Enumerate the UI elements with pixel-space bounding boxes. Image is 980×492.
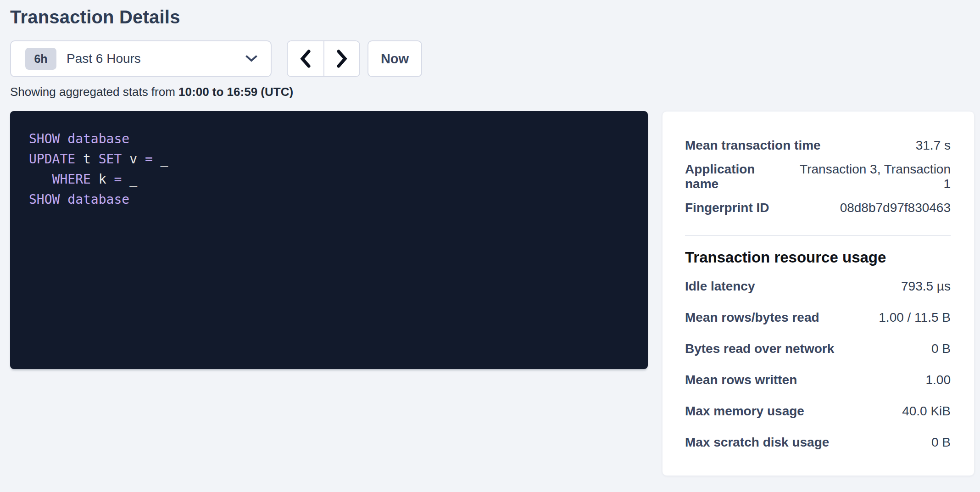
- stat-label: Fingerprint ID: [685, 201, 769, 215]
- panel-divider: [685, 235, 951, 236]
- stat-row: Application name Transaction 3, Transact…: [685, 161, 951, 192]
- stat-label: Mean rows/bytes read: [685, 310, 819, 325]
- next-time-button[interactable]: [323, 41, 359, 76]
- stat-row: Fingerprint ID 08d8b7d97f830463: [685, 192, 951, 224]
- sql-line: SHOW database: [29, 190, 634, 210]
- stat-row: Mean rows written 1.00: [685, 364, 951, 396]
- transaction-details-page: Transaction Details 6h Past 6 Hours Now …: [0, 0, 980, 492]
- now-button[interactable]: Now: [368, 40, 422, 77]
- stat-label: Bytes read over network: [685, 341, 834, 356]
- prev-time-button[interactable]: [288, 41, 323, 76]
- time-range-dropdown[interactable]: 6h Past 6 Hours: [10, 40, 272, 77]
- stat-row: Idle latency 793.5 µs: [685, 271, 951, 302]
- stat-row: Max scratch disk usage 0 B: [685, 427, 951, 458]
- time-summary-prefix: Showing aggregated stats from: [10, 85, 178, 99]
- sql-line: SHOW database: [29, 129, 634, 149]
- sql-code: SHOW databaseUPDATE t SET v = _ WHERE k …: [29, 129, 634, 210]
- content-row: SHOW databaseUPDATE t SET v = _ WHERE k …: [10, 111, 974, 476]
- chevron-down-icon: [245, 55, 258, 63]
- sql-statements-box: SHOW databaseUPDATE t SET v = _ WHERE k …: [10, 111, 648, 369]
- stat-row: Mean rows/bytes read 1.00 / 11.5 B: [685, 302, 951, 333]
- stat-label: Max memory usage: [685, 404, 804, 419]
- time-range-badge: 6h: [25, 48, 56, 70]
- stat-label: Max scratch disk usage: [685, 435, 829, 450]
- stat-row: Max memory usage 40.0 KiB: [685, 396, 951, 427]
- stat-label: Application name: [685, 162, 791, 191]
- stat-label: Idle latency: [685, 279, 755, 294]
- resource-usage-heading: Transaction resource usage: [685, 248, 951, 267]
- sql-line: WHERE k = _: [29, 169, 634, 190]
- time-nav-group: [287, 40, 360, 77]
- time-toolbar: 6h Past 6 Hours Now: [10, 40, 974, 77]
- chevron-right-icon: [336, 49, 348, 68]
- stat-value: Transaction 3, Transaction 1: [791, 162, 951, 191]
- stat-row: Mean transaction time 31.7 s: [685, 130, 951, 161]
- chevron-left-icon: [300, 49, 312, 68]
- stat-label: Mean rows written: [685, 373, 797, 387]
- time-summary: Showing aggregated stats from 10:00 to 1…: [10, 84, 974, 99]
- stat-value: 08d8b7d97f830463: [840, 201, 951, 215]
- time-range-label: Past 6 Hours: [67, 51, 141, 66]
- stat-row: Bytes read over network 0 B: [685, 333, 951, 364]
- stats-panel: Mean transaction time 31.7 s Application…: [662, 111, 974, 476]
- page-title: Transaction Details: [10, 6, 974, 28]
- stat-value: 793.5 µs: [901, 279, 951, 294]
- stat-value: 40.0 KiB: [902, 404, 951, 419]
- stat-value: 31.7 s: [916, 138, 951, 153]
- time-summary-range: 10:00 to 16:59 (UTC): [178, 85, 293, 99]
- stat-label: Mean transaction time: [685, 138, 821, 153]
- stat-value: 1.00: [926, 373, 951, 387]
- stat-value: 1.00 / 11.5 B: [879, 310, 951, 325]
- stat-value: 0 B: [931, 435, 951, 450]
- stat-value: 0 B: [931, 341, 951, 356]
- sql-line: UPDATE t SET v = _: [29, 149, 634, 169]
